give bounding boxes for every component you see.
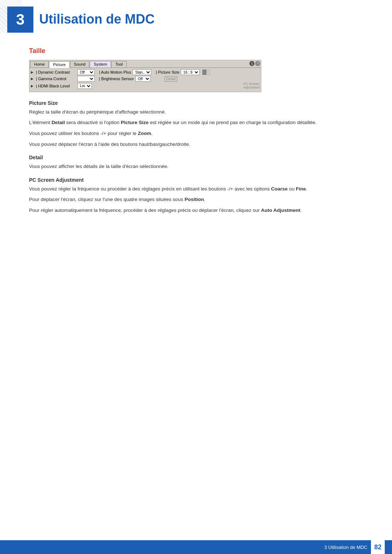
- row1-col3-select[interactable]: 16 : 9: [181, 69, 200, 75]
- row1-col1-select[interactable]: Off: [77, 69, 95, 75]
- para-pc-screen-0: Vous pouvez régler la fréquence ou procé…: [29, 185, 363, 193]
- tab-system[interactable]: System: [90, 61, 111, 67]
- mdc-row-1: ▶ | Dynamic Contrast Off | Auto Motion P…: [31, 69, 260, 75]
- mdc-row-2: ▶ | Gamma Control | Brightness Sensor Of…: [31, 76, 260, 82]
- para-pc-screen-1: Pour déplacer l'écran, cliquez sur l'une…: [29, 196, 363, 204]
- badge-1: 1: [249, 61, 254, 66]
- row1-col3-label: | Picture Size: [156, 70, 179, 74]
- subsection-title-picture-size: Picture Size: [29, 100, 363, 106]
- footer-page-number: 82: [371, 540, 385, 554]
- page-footer: 3 Utilisation de MDC 82: [0, 540, 392, 554]
- mdc-body: ▶ | Dynamic Contrast Off | Auto Motion P…: [29, 68, 261, 92]
- mdc-ui-screenshot: Home Picture Sound System Tool 1 ? ▶ | D…: [29, 60, 261, 92]
- row3-col1-select[interactable]: Low: [77, 83, 92, 89]
- mdc-tab-bar: Home Picture Sound System Tool 1 ?: [29, 60, 261, 68]
- subsection-title-detail: Detail: [29, 155, 363, 160]
- picture-size-grid: [203, 70, 210, 75]
- footer-text: 3 Utilisation de MDC: [324, 545, 368, 550]
- help-button[interactable]: ?: [255, 61, 260, 66]
- row2-col2-select[interactable]: Off: [135, 76, 151, 82]
- row1-col1-label: | Dynamic Contrast: [36, 70, 76, 74]
- tab-sound[interactable]: Sound: [70, 61, 90, 67]
- page-header: 3 Utilisation de MDC: [0, 0, 392, 36]
- pc-screen-label: PC ScreenAdjustment: [243, 82, 260, 90]
- tab-picture[interactable]: Picture: [49, 61, 69, 68]
- row3-col1-label: | HDMI Black Level: [36, 84, 76, 88]
- subsection-detail: Detail Vous pouvez afficher les détails …: [29, 155, 363, 171]
- para-pc-screen-2: Pour régler automatiquement la fréquence…: [29, 206, 363, 214]
- main-content: Taille Home Picture Sound System Tool 1 …: [0, 40, 392, 243]
- chapter-number: 3: [7, 7, 33, 33]
- row1-col2-select[interactable]: Stan...: [132, 69, 151, 75]
- row1-arrow: ▶: [31, 70, 34, 74]
- tab-home[interactable]: Home: [30, 61, 49, 67]
- subsection-title-pc-screen: PC Screen Adjustment: [29, 177, 363, 183]
- row1-col2-label: | Auto Motion Plus: [99, 70, 131, 74]
- mdc-row-3: ▶ | HDMI Black Level Low PC ScreenAdjust…: [31, 82, 260, 90]
- para-picture-size-1: L'élément Detail sera désactivé si l'opt…: [29, 119, 363, 127]
- para-picture-size-2: Vous pouvez utiliser les boutons -/+ pou…: [29, 130, 363, 138]
- subsection-picture-size: Picture Size Réglez la taille d'écran du…: [29, 100, 363, 148]
- para-picture-size-0: Réglez la taille d'écran du périphérique…: [29, 108, 363, 116]
- row2-col2-label: | Brightness Sensor: [99, 77, 134, 81]
- detail-button[interactable]: Detail: [164, 76, 177, 82]
- tab-tool[interactable]: Tool: [111, 61, 127, 67]
- page-title: Utilisation de MDC: [39, 7, 155, 27]
- subsection-pc-screen: PC Screen Adjustment Vous pouvez régler …: [29, 177, 363, 214]
- row2-col1-label: | Gamma Control: [36, 77, 76, 81]
- row2-arrow: ▶: [31, 77, 34, 81]
- row3-arrow: ▶: [31, 84, 34, 88]
- para-detail-0: Vous pouvez afficher les détails de la t…: [29, 163, 363, 171]
- row2-col1-select[interactable]: [77, 76, 95, 82]
- para-picture-size-3: Vous pouvez déplacer l'écran à l'aide de…: [29, 140, 363, 148]
- section-title: Taille: [29, 47, 363, 55]
